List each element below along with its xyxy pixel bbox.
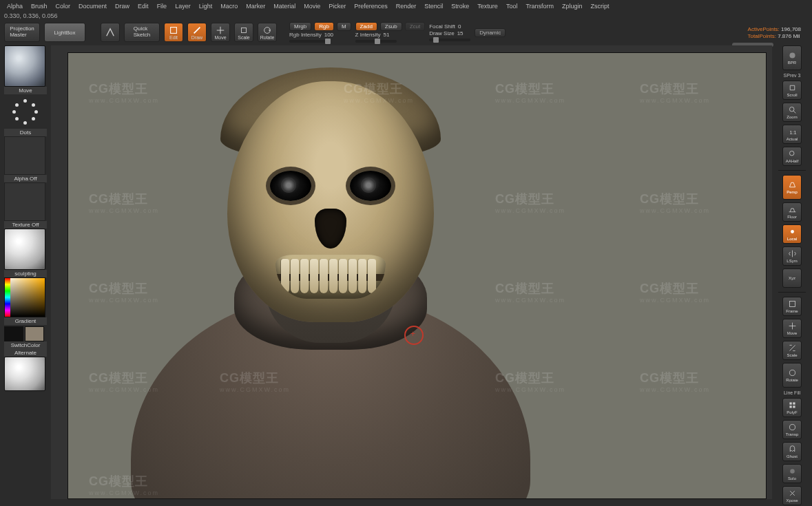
- watermark: CG模型王www.CGMXW.com: [640, 370, 710, 393]
- svg-rect-10: [789, 402, 791, 404]
- dynamic-toggle[interactable]: Dynamic: [475, 28, 506, 37]
- svg-text:1:1: 1:1: [789, 129, 796, 136]
- m-toggle[interactable]: M: [337, 22, 351, 31]
- hue-bar[interactable]: [5, 278, 10, 317]
- menu-zplugin[interactable]: Zplugin: [562, 3, 583, 10]
- movenav-button[interactable]: Move: [782, 319, 802, 338]
- edit-button[interactable]: Edit: [164, 23, 183, 42]
- floor-button[interactable]: Floor: [782, 202, 802, 222]
- zsub-toggle[interactable]: Zsub: [380, 22, 402, 31]
- transp-button[interactable]: Transp: [782, 420, 802, 439]
- zcut-toggle[interactable]: Zcut: [405, 22, 426, 31]
- svg-point-9: [789, 370, 795, 375]
- watermark: CG模型王www.CGMXW.com: [640, 191, 710, 214]
- lightbox-button[interactable]: LightBox: [44, 23, 85, 42]
- left-palette: Move Dots Alpha Off Texture Off sculptin…: [4, 45, 47, 391]
- menu-file[interactable]: File: [157, 3, 167, 10]
- menu-material[interactable]: Material: [273, 3, 295, 10]
- menu-light[interactable]: Light: [199, 3, 213, 10]
- z-intensity-slider[interactable]: [355, 40, 397, 43]
- menu-macro[interactable]: Macro: [220, 3, 238, 10]
- actual-button[interactable]: 1:1Actual: [782, 125, 802, 144]
- svg-rect-0: [171, 27, 177, 33]
- mesh-stats: ActivePoints: 196,708 TotalPoints: 7.876…: [748, 26, 808, 39]
- menu-brush[interactable]: Brush: [31, 3, 48, 10]
- solo-button[interactable]: Solo: [782, 464, 802, 483]
- menu-marker[interactable]: Marker: [246, 3, 265, 10]
- xpose-button[interactable]: Xpose: [782, 486, 802, 505]
- projection-master-button[interactable]: Projection Master: [4, 23, 40, 42]
- svg-point-7: [791, 230, 794, 233]
- top-toolbar: Projection Master LightBox Quick Sketch …: [4, 21, 808, 44]
- menu-stroke[interactable]: Stroke: [451, 3, 469, 10]
- zoom-button[interactable]: Zoom: [782, 103, 802, 122]
- gradient-label[interactable]: Gradient: [4, 317, 47, 325]
- menu-render[interactable]: Render: [396, 3, 417, 10]
- xyz-button[interactable]: Xyz: [782, 268, 802, 288]
- menu-document[interactable]: Document: [79, 3, 107, 10]
- draw-button[interactable]: Draw: [187, 23, 207, 42]
- aahalf-button[interactable]: AAHalf: [782, 147, 802, 166]
- texture-swatch-label: Texture Off: [4, 221, 47, 229]
- zadd-toggle[interactable]: Zadd: [355, 22, 377, 31]
- texture-swatch[interactable]: [4, 182, 45, 221]
- svg-point-14: [789, 424, 795, 430]
- draw-size-slider[interactable]: [429, 39, 470, 41]
- scale-button[interactable]: Scale: [234, 23, 253, 42]
- mrgb-toggle[interactable]: Mrgb: [289, 22, 311, 31]
- rotatenav-button[interactable]: Rotate: [782, 363, 802, 388]
- svg-rect-11: [793, 402, 795, 404]
- brush-swatch[interactable]: [4, 45, 45, 87]
- svg-rect-1: [242, 28, 247, 32]
- material-swatch[interactable]: [4, 229, 45, 270]
- scalenav-button[interactable]: Scale: [782, 341, 802, 360]
- bpr-button[interactable]: BPR: [782, 45, 802, 70]
- menu-texture[interactable]: Texture: [477, 3, 498, 10]
- rotate-button[interactable]: Rotate: [258, 23, 277, 42]
- menu-draw[interactable]: Draw: [115, 3, 129, 10]
- menu-transform[interactable]: Transform: [525, 3, 554, 10]
- menu-bar: Alpha Brush Color Document Draw Edit Fil…: [0, 0, 812, 12]
- rgb-toggle[interactable]: Rgb: [314, 22, 334, 31]
- menu-tool[interactable]: Tool: [506, 3, 518, 10]
- scroll-button[interactable]: Scroll: [782, 81, 802, 100]
- move-button[interactable]: Move: [211, 23, 230, 42]
- menu-edit[interactable]: Edit: [138, 3, 149, 10]
- persp-button[interactable]: Persp: [782, 175, 802, 200]
- secondary-color[interactable]: [4, 326, 23, 341]
- z-intensity-value: 51: [384, 32, 390, 38]
- svg-point-4: [789, 107, 794, 112]
- frame-button[interactable]: Frame: [782, 297, 802, 316]
- coord-readout: 0.330, 0.336, 0.056: [4, 12, 58, 21]
- svg-rect-13: [793, 405, 795, 408]
- svg-rect-12: [789, 405, 791, 408]
- local-button[interactable]: Local: [782, 224, 802, 244]
- stroke-swatch[interactable]: [4, 94, 45, 129]
- focal-shift-value: 0: [458, 23, 461, 30]
- color-picker[interactable]: [4, 277, 45, 317]
- alternate-button[interactable]: Alternate: [4, 349, 47, 357]
- menu-movie[interactable]: Movie: [304, 3, 320, 10]
- ghost-button[interactable]: Ghost: [782, 442, 802, 461]
- quicksketch-button[interactable]: Quick Sketch: [124, 23, 160, 42]
- menu-layer[interactable]: Layer: [175, 3, 191, 10]
- alpha-swatch[interactable]: [4, 136, 45, 175]
- lsym-button[interactable]: LSym: [782, 246, 802, 266]
- menu-alpha[interactable]: Alpha: [7, 3, 23, 10]
- svg-point-6: [789, 151, 794, 156]
- watermark: CG模型王www.CGMXW.com: [640, 280, 710, 304]
- polyf-button[interactable]: PolyF: [782, 398, 802, 417]
- quicksketch-icon-button[interactable]: [101, 23, 120, 42]
- menu-stencil[interactable]: Stencil: [424, 3, 443, 10]
- primary-color[interactable]: [25, 326, 44, 341]
- canvas[interactable]: CG模型王www.CGMXW.com CG模型王www.CGMXW.com CG…: [67, 52, 767, 499]
- menu-zscript[interactable]: Zscript: [591, 3, 610, 10]
- menu-preferences[interactable]: Preferences: [354, 3, 388, 10]
- switchcolor-button[interactable]: SwitchColor: [4, 341, 47, 349]
- menu-picker[interactable]: Picker: [329, 3, 346, 10]
- menu-color[interactable]: Color: [56, 3, 71, 10]
- rgb-intensity-slider[interactable]: [289, 40, 331, 43]
- spotlight-swatch[interactable]: [4, 357, 45, 391]
- linefill-label: Line Fill: [784, 390, 800, 395]
- material-swatch-label: sculpting: [4, 270, 47, 277]
